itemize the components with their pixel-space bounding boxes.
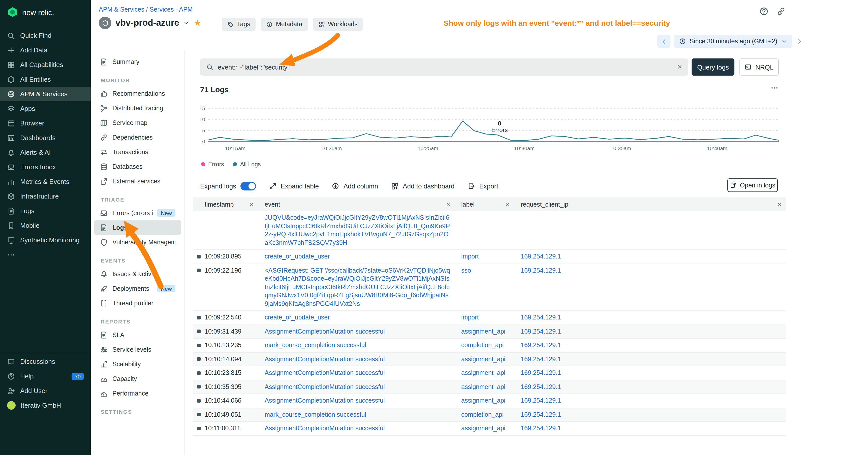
secondary-nav-item[interactable]: Service levels	[94, 342, 181, 357]
time-forward-button[interactable]	[796, 38, 803, 45]
table-row[interactable]: 10:10:13.235 mark_course_completion succ…	[193, 338, 786, 353]
add-to-dashboard-button[interactable]: Add to dashboard	[391, 182, 455, 190]
log-label-link[interactable]: assignment_api	[461, 397, 505, 404]
secondary-nav-item[interactable]: SLA	[94, 327, 181, 342]
log-event-link[interactable]: create_or_update_user	[265, 253, 330, 260]
remove-column-icon[interactable]: ×	[246, 201, 253, 207]
primary-nav-item[interactable]: Mobile	[0, 218, 91, 233]
secondary-nav-item[interactable]: Databases	[94, 159, 181, 174]
column-header[interactable]: label ×	[455, 198, 515, 210]
secondary-nav-item[interactable]: Service map	[94, 116, 181, 130]
log-ip-link[interactable]: 169.254.129.1	[521, 314, 561, 321]
log-event-link[interactable]: create_or_update_user	[265, 314, 330, 321]
expand-table-button[interactable]: Expand table	[269, 182, 319, 190]
primary-nav-item[interactable]: Help 70	[0, 369, 91, 384]
primary-nav-item[interactable]: Dashboards	[0, 130, 91, 145]
table-row[interactable]: JUQVU&code=eyJraWQiOiJjcGltY29yZV8wOTl1M…	[193, 211, 786, 250]
secondary-nav-item[interactable]: Transactions	[94, 144, 181, 159]
primary-nav-item[interactable]: Alerts & AI	[0, 145, 91, 160]
log-event-link[interactable]: AssignmentCompletionMutation successful	[265, 369, 385, 377]
secondary-nav-item[interactable]: Vulnerability Management	[94, 235, 181, 250]
table-row[interactable]: 10:10:44.066 AssignmentCompletionMutatio…	[193, 394, 786, 408]
expand-logs-control[interactable]: Expand logs	[200, 182, 256, 190]
legend-item[interactable]: All Logs	[233, 161, 261, 167]
log-event-link[interactable]: <ASGIRequest: GET '/sso/callback/?state=…	[265, 267, 450, 307]
log-event-link[interactable]: AssignmentCompletionMutation successful	[265, 425, 385, 432]
log-event-link[interactable]: mark_course_completion successful	[265, 342, 366, 349]
primary-nav-item[interactable]: APM & Services	[0, 87, 91, 101]
query-logs-button[interactable]: Query logs	[691, 59, 735, 75]
log-ip-link[interactable]: 169.254.129.1	[521, 383, 561, 390]
chevron-down-icon[interactable]	[183, 20, 190, 26]
primary-nav-item[interactable]: Apps	[0, 101, 91, 116]
log-ip-link[interactable]: 169.254.129.1	[521, 397, 561, 404]
column-header[interactable]: timestamp ×	[193, 198, 258, 210]
table-row[interactable]: 10:09:22.540 create_or_update_user impor…	[193, 311, 786, 325]
secondary-nav-item[interactable]: Distributed tracing	[94, 101, 181, 116]
entity-action-button[interactable]: Tags	[222, 18, 256, 31]
primary-nav-item[interactable]: Browser	[0, 116, 91, 130]
favorite-star-icon[interactable]: ★	[194, 19, 202, 27]
secondary-nav-item[interactable]: Summary	[94, 55, 181, 69]
logs-query-input[interactable]	[218, 63, 673, 71]
secondary-nav-item[interactable]: Dependencies	[94, 130, 181, 144]
primary-nav-item[interactable]: Add Data	[0, 43, 91, 58]
log-label-link[interactable]: assignment_api	[461, 425, 505, 432]
log-ip-link[interactable]: 169.254.129.1	[521, 267, 561, 274]
primary-nav-item[interactable]: Metrics & Events	[0, 174, 91, 189]
table-row[interactable]: 10:10:35.305 AssignmentCompletionMutatio…	[193, 380, 786, 394]
secondary-nav-item[interactable]: Logs	[94, 220, 181, 235]
log-ip-link[interactable]: 169.254.129.1	[521, 425, 561, 432]
log-ip-link[interactable]: 169.254.129.1	[521, 342, 561, 349]
log-ip-link[interactable]: 169.254.129.1	[521, 369, 561, 377]
breadcrumb-link-apm[interactable]: APM & Services	[99, 6, 145, 13]
primary-nav-item[interactable]: Infrastructure	[0, 189, 91, 203]
log-label-link[interactable]: sso	[461, 267, 471, 274]
primary-nav-item[interactable]: Errors Inbox	[0, 160, 91, 174]
open-in-logs-button[interactable]: Open in logs	[727, 178, 778, 192]
table-row[interactable]: 10:09:31.439 AssignmentCompletionMutatio…	[193, 325, 786, 338]
secondary-nav-item[interactable]: Errors (errors inb... New	[94, 205, 181, 220]
log-label-link[interactable]: completion_api	[461, 411, 503, 418]
log-label-link[interactable]: assignment_api	[461, 383, 505, 390]
log-ip-link[interactable]: 169.254.129.1	[521, 411, 561, 418]
more-options-icon[interactable]	[770, 84, 779, 92]
log-event-link[interactable]: AssignmentCompletionMutation successful	[265, 397, 385, 404]
time-back-button[interactable]	[657, 35, 671, 48]
log-label-link[interactable]: assignment_api	[461, 356, 505, 362]
log-ip-link[interactable]: 169.254.129.1	[521, 356, 561, 362]
entity-action-button[interactable]: Metadata	[261, 18, 308, 31]
log-label-link[interactable]: import	[461, 253, 478, 260]
secondary-nav-item[interactable]: Issues & activity	[94, 266, 181, 281]
primary-nav-item[interactable]: Quick Find	[0, 28, 91, 43]
remove-column-icon[interactable]: ×	[442, 201, 450, 207]
log-label-link[interactable]: assignment_api	[461, 369, 505, 377]
primary-nav-item[interactable]: Discussions	[0, 354, 91, 369]
logs-query-box[interactable]: ×	[200, 59, 688, 75]
log-ip-link[interactable]: 169.254.129.1	[521, 328, 561, 335]
table-row[interactable]: 10:09:20.895 create_or_update_user impor…	[193, 250, 786, 264]
log-ip-link[interactable]: 169.254.129.1	[521, 253, 561, 260]
secondary-nav-item[interactable]: Scalability	[94, 357, 181, 371]
log-event-link[interactable]: AssignmentCompletionMutation successful	[265, 328, 385, 335]
entity-action-button[interactable]: Workloads	[313, 18, 363, 31]
secondary-nav-item[interactable]: Deployments New	[94, 281, 181, 296]
primary-nav-item[interactable]: All Capabilities	[0, 58, 91, 72]
remove-column-icon[interactable]: ×	[774, 201, 781, 207]
primary-nav-item[interactable]: All Entities	[0, 72, 91, 87]
table-row[interactable]: 10:10:14.094 AssignmentCompletionMutatio…	[193, 353, 786, 366]
secondary-nav-item[interactable]: Performance	[94, 386, 181, 400]
log-label-link[interactable]: import	[461, 314, 478, 321]
primary-nav-item[interactable]: Iterativ GmbH	[0, 398, 91, 413]
remove-column-icon[interactable]: ×	[502, 201, 509, 207]
secondary-nav-item[interactable]: Capacity	[94, 371, 181, 386]
table-row[interactable]: 10:10:23.815 AssignmentCompletionMutatio…	[193, 366, 786, 380]
clear-query-icon[interactable]: ×	[677, 63, 682, 71]
log-event-link[interactable]: AssignmentCompletionMutation successful	[265, 383, 385, 390]
breadcrumb-link-services[interactable]: Services - APM	[150, 6, 193, 13]
column-header[interactable]: event ×	[258, 198, 455, 210]
permalink-icon[interactable]	[776, 6, 786, 16]
log-event-link[interactable]: mark_course_completion successful	[265, 411, 366, 418]
secondary-nav-item[interactable]: Thread profiler	[94, 296, 181, 311]
primary-nav-item[interactable]: Synthetic Monitoring	[0, 233, 91, 248]
